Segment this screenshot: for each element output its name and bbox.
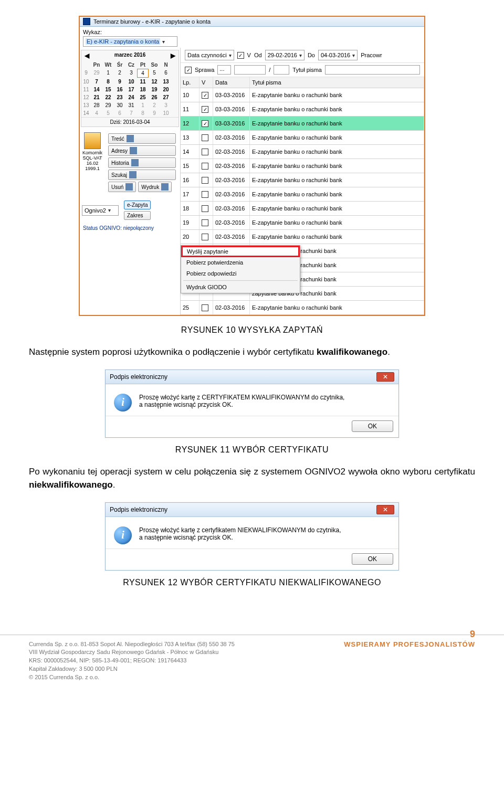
table-row[interactable]: 1702-03-2016E-zapytanie banku o rachunki… [181,187,424,202]
figure-12-caption: RYSUNEK 12 WYBÓR CERTYFIKATU NIEKWALIFIK… [29,578,475,587]
app-window-screenshot: Terminarz biurowy - e-KIR - zapytanie o … [79,16,425,316]
calendar-today[interactable]: Dziś: 2016-03-04 [81,117,178,126]
btn-szukaj[interactable]: Szukaj [108,170,176,180]
context-menu: Wyślij zapytaniePobierz potwierdzeniaPob… [181,245,300,293]
table-row[interactable]: 1802-03-2016E-zapytanie banku o rachunki… [181,202,424,216]
table-row[interactable]: 1902-03-2016E-zapytanie banku o rachunki… [181,216,424,230]
page-number: 9 [470,629,475,640]
menu-item[interactable]: Wyślij zapytanie [181,246,300,257]
footer-tagline: WSPIERAMY PROFESJONALISTÓW [344,640,475,648]
window-titlebar: Terminarz biurowy - e-KIR - zapytanie o … [80,17,424,27]
side-app-icon[interactable]: Komornik SQL-VAT 16.02 1999.1 [82,132,103,171]
v-checkbox[interactable] [237,52,244,59]
paragraph-1: Następnie system poprosi użytkownika o p… [29,345,475,359]
ognivo-combo[interactable]: Ognivo2 [82,205,119,216]
wykaz-combo[interactable]: E) e-KIR - zapytania o konta [83,36,177,47]
table-row[interactable]: 1103-03-2016E-zapytanie banku o rachunki… [181,102,424,117]
btn-ezapytania[interactable]: e-Zapyta [124,201,151,209]
ok-button[interactable]: OK [352,420,393,432]
ok-button[interactable]: OK [352,553,393,565]
cal-next-icon[interactable]: ▶ [171,52,175,59]
dialog-2-screenshot: Podpis elektroniczny ✕ i Proszę włożyć k… [105,502,399,571]
calendar[interactable]: ◀ marzec 2016 ▶ PnWtŚrCzPtSoN92912345610… [81,50,179,127]
btn-adresy[interactable]: Adresy [108,145,176,156]
table-row[interactable]: 2002-03-2016E-zapytanie banku o rachunki… [181,230,424,244]
data-czynnosci-combo[interactable]: Data czynności [185,50,234,60]
status-ognivo: Status OGNIVO: niepołączony [80,222,180,234]
close-icon[interactable]: ✕ [376,372,394,382]
btn-usun[interactable]: Usuń [108,182,136,192]
sprawa-field-2[interactable] [234,65,266,75]
dialog-2-message: Proszę włożyć kartę z certyfikatem NIEKW… [139,526,341,541]
dialog-2-title: Podpis elektroniczny [110,506,167,513]
figure-11-caption: RYSUNEK 11 WYBÓR CERTYFIKATU [29,445,475,455]
btn-tresc[interactable]: Treść [108,133,176,144]
btn-wydruk[interactable]: Wydruk [138,182,172,192]
tytul-field[interactable] [325,65,420,75]
sprawa-field-1[interactable]: ... [217,65,231,75]
dialog-1-screenshot: Podpis elektroniczny ✕ i Proszę włożyć k… [105,370,399,438]
btn-zakres[interactable]: Zakres [124,211,151,220]
dialog-1-title: Podpis elektroniczny [110,373,167,381]
close-icon[interactable]: ✕ [376,505,394,514]
info-icon: i [114,394,132,412]
document-footer: 9 Currenda Sp. z o.o. 81-853 Sopot Al. N… [0,635,504,693]
info-icon: i [114,526,132,544]
table-row[interactable]: 1502-03-2016E-zapytanie banku o rachunki… [181,159,424,173]
date-from[interactable]: 29-02-2016 [265,50,304,60]
paragraph-2: Po wykonaniu tej operacji system w celu … [29,465,475,492]
doc-icon [127,135,134,142]
wykaz-label: Wykaz: [83,29,102,35]
window-title: Terminarz biurowy - e-KIR - zapytanie o … [93,18,211,25]
date-to[interactable]: 04-03-2016 [318,50,358,60]
cal-prev-icon[interactable]: ◀ [85,52,89,59]
table-row[interactable]: 1402-03-2016E-zapytanie banku o rachunki… [181,145,424,159]
print-icon [161,183,169,191]
history-icon [131,159,139,166]
figure-10-caption: RYSUNEK 10 WYSYŁKA ZAPYTAŃ [29,325,475,335]
sprawa-checkbox[interactable] [185,67,192,73]
table-row[interactable]: 1203-03-2016E-zapytanie banku o rachunki… [181,117,424,131]
sprawa-field-3[interactable] [274,65,289,75]
card-icon [130,147,137,154]
menu-item[interactable]: Pobierz odpowiedzi [181,268,300,279]
app-icon [83,18,90,25]
table-row[interactable]: 2502-03-2016E-zapytanie banku o rachunki… [181,301,424,315]
dialog-1-message: Proszę włożyć kartę z CERTYFIKATEM KWALI… [139,394,344,408]
search-icon [129,171,136,178]
table-row[interactable]: 1003-03-2016E-zapytanie banku o rachunki… [181,88,424,102]
calendar-month: marzec 2016 [114,52,146,59]
menu-item[interactable]: Wydruk GIODO [181,282,300,293]
table-row[interactable]: 1302-03-2016E-zapytanie banku o rachunki… [181,131,424,145]
table-header: Lp. V Data Tytuł pisma [181,77,424,88]
delete-icon [125,183,133,191]
table-row[interactable]: 1602-03-2016E-zapytanie banku o rachunki… [181,173,424,187]
btn-historia[interactable]: Historia [108,157,176,168]
menu-item[interactable]: Pobierz potwierdzenia [181,257,300,268]
